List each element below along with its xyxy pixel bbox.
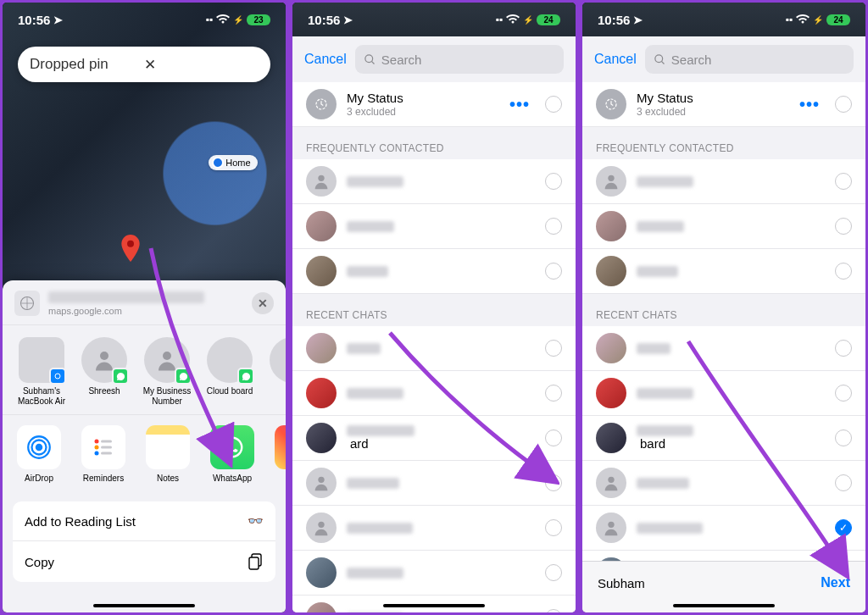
radio-unchecked[interactable] bbox=[545, 263, 562, 280]
contact-row[interactable]: ard bbox=[292, 416, 576, 461]
svg-point-5 bbox=[36, 444, 43, 452]
my-status-row[interactable]: My Status 3 excluded ••• bbox=[292, 82, 576, 127]
copy-icon bbox=[248, 553, 264, 570]
contact-row[interactable]: bard bbox=[582, 416, 865, 461]
svg-point-9 bbox=[95, 446, 99, 450]
radio-unchecked[interactable] bbox=[835, 474, 852, 491]
share-target-more[interactable]: M bbox=[265, 337, 286, 406]
app-instagram[interactable]: In bbox=[272, 425, 286, 483]
status-avatar-icon bbox=[306, 89, 337, 119]
contact-row[interactable] bbox=[292, 371, 576, 416]
status-bar: 10:56 ➤ ▪▪ ⚡ 24 bbox=[292, 3, 576, 36]
radio-unchecked[interactable] bbox=[835, 385, 852, 402]
status-subtitle: 3 excluded bbox=[637, 106, 784, 118]
contact-row[interactable] bbox=[582, 551, 865, 561]
battery-indicator: 24 bbox=[826, 14, 850, 25]
contact-row[interactable] bbox=[292, 551, 576, 596]
contact-row[interactable] bbox=[292, 461, 576, 506]
contact-row[interactable] bbox=[582, 249, 865, 294]
close-button[interactable]: ✕ bbox=[252, 292, 274, 314]
search-input[interactable]: Search bbox=[355, 45, 564, 74]
radio-unchecked[interactable] bbox=[835, 263, 852, 280]
whatsapp-icon bbox=[220, 435, 245, 460]
contact-row[interactable] bbox=[582, 159, 865, 204]
contact-row-selected[interactable]: ✓ bbox=[582, 506, 865, 551]
radio-unchecked[interactable] bbox=[835, 429, 852, 446]
avatar bbox=[596, 211, 626, 241]
radio-unchecked[interactable] bbox=[545, 564, 562, 581]
radio-unchecked[interactable] bbox=[545, 96, 562, 113]
radio-unchecked[interactable] bbox=[545, 609, 562, 612]
cancel-button[interactable]: Cancel bbox=[594, 52, 637, 67]
avatar bbox=[306, 512, 337, 543]
nav-bar: Cancel Search bbox=[292, 36, 576, 82]
phone-panel-3: 10:56 ➤ ▪▪ ⚡ 24 Cancel Search bbox=[580, 0, 868, 615]
share-target-shreesh[interactable]: Shreesh bbox=[77, 337, 131, 406]
radio-unchecked[interactable] bbox=[545, 474, 562, 491]
avatar bbox=[596, 256, 626, 286]
contact-row[interactable] bbox=[292, 506, 576, 551]
contact-row[interactable] bbox=[582, 326, 865, 371]
share-target-macbook[interactable]: Subham's MacBook Air bbox=[14, 337, 69, 406]
svg-point-16 bbox=[365, 54, 373, 62]
avatar bbox=[596, 423, 626, 453]
map-search-pill[interactable]: Dropped pin ✕ bbox=[18, 47, 270, 82]
radio-unchecked[interactable] bbox=[835, 340, 852, 357]
app-notes[interactable]: Notes bbox=[143, 425, 192, 483]
svg-point-8 bbox=[95, 440, 99, 444]
radio-unchecked[interactable] bbox=[545, 385, 562, 402]
app-reminders[interactable]: Reminders bbox=[79, 425, 128, 483]
more-button[interactable]: ••• bbox=[794, 95, 825, 114]
radio-unchecked[interactable] bbox=[545, 173, 562, 190]
svg-rect-11 bbox=[101, 440, 112, 443]
radio-unchecked[interactable] bbox=[835, 218, 852, 235]
status-title: My Status bbox=[637, 91, 784, 105]
section-frequently: FREQUENTLY CONTACTED bbox=[292, 127, 576, 159]
contact-row[interactable] bbox=[292, 204, 576, 249]
battery-indicator: 23 bbox=[247, 14, 270, 25]
contact-row[interactable] bbox=[582, 204, 865, 249]
avatar bbox=[306, 602, 337, 612]
search-text: Dropped pin bbox=[30, 56, 144, 73]
app-whatsapp[interactable]: WhatsApp bbox=[208, 425, 257, 483]
avatar bbox=[306, 211, 337, 241]
home-badge[interactable]: Home bbox=[209, 155, 257, 170]
contact-row[interactable] bbox=[582, 461, 865, 506]
share-contacts-row[interactable]: Subham's MacBook Air Shreesh My Business… bbox=[3, 325, 286, 414]
avatar bbox=[596, 333, 626, 363]
clear-icon[interactable]: ✕ bbox=[144, 56, 259, 74]
search-input[interactable]: Search bbox=[645, 45, 854, 74]
radio-unchecked[interactable] bbox=[545, 519, 562, 536]
avatar bbox=[306, 166, 337, 197]
radio-unchecked[interactable] bbox=[545, 340, 562, 357]
cancel-button[interactable]: Cancel bbox=[304, 52, 347, 67]
svg-point-2 bbox=[55, 374, 60, 379]
radio-unchecked[interactable] bbox=[545, 218, 562, 235]
contact-row[interactable] bbox=[582, 371, 865, 416]
app-airdrop[interactable]: AirDrop bbox=[14, 425, 64, 483]
radio-unchecked[interactable] bbox=[835, 173, 852, 190]
svg-point-3 bbox=[100, 352, 108, 360]
avatar bbox=[306, 423, 337, 453]
radio-unchecked[interactable] bbox=[545, 429, 562, 446]
action-reading-list[interactable]: Add to Reading List 👓 bbox=[13, 501, 275, 541]
more-button[interactable]: ••• bbox=[504, 95, 535, 114]
my-status-row[interactable]: My Status 3 excluded ••• bbox=[582, 82, 865, 127]
share-target-business[interactable]: My Business Number bbox=[140, 337, 194, 406]
charging-icon: ⚡ bbox=[233, 15, 243, 25]
share-target-cloud[interactable]: Cloud board bbox=[203, 337, 257, 406]
svg-point-23 bbox=[608, 175, 614, 181]
radio-checked[interactable]: ✓ bbox=[835, 519, 852, 536]
next-button[interactable]: Next bbox=[821, 575, 850, 590]
share-apps-row[interactable]: AirDrop Reminders Notes WhatsApp bbox=[3, 414, 286, 493]
status-time: 10:56 bbox=[598, 13, 630, 27]
contact-row[interactable] bbox=[292, 249, 576, 294]
location-icon: ➤ bbox=[343, 14, 353, 26]
action-copy[interactable]: Copy bbox=[13, 541, 275, 582]
signal-icon: ▪▪ bbox=[495, 14, 503, 25]
radio-unchecked[interactable] bbox=[835, 96, 852, 113]
svg-rect-12 bbox=[101, 446, 112, 449]
contact-row[interactable] bbox=[292, 159, 576, 204]
contact-row[interactable] bbox=[292, 326, 576, 371]
map-pin-icon[interactable] bbox=[121, 235, 140, 262]
